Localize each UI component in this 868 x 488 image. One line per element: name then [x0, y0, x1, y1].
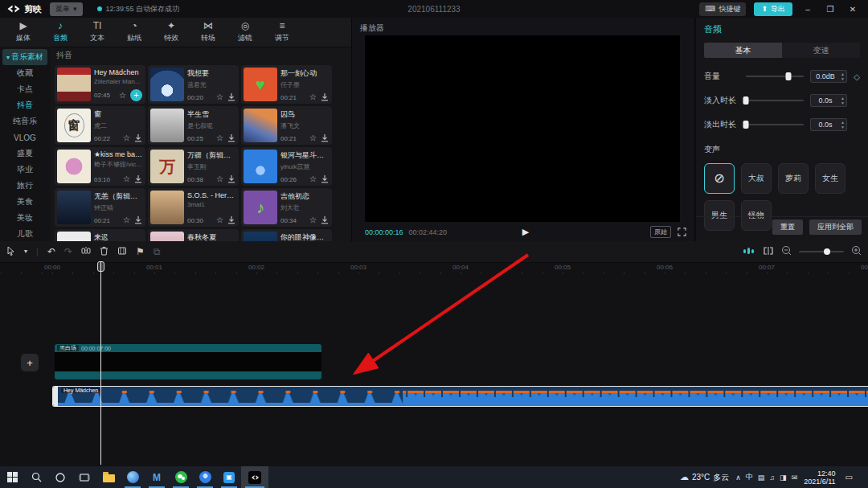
tab-basic[interactable]: 基本	[704, 43, 782, 58]
video-preview[interactable]	[365, 35, 680, 222]
download-icon[interactable]	[134, 134, 142, 142]
netdisk-app-icon[interactable]	[193, 466, 217, 488]
mirror-icon[interactable]: ⧉	[154, 247, 161, 256]
sidebar-item[interactable]: ▾ 纯音乐	[0, 113, 50, 129]
apply-to-all-button[interactable]: 应用到全部	[809, 219, 862, 235]
fullscreen-icon[interactable]	[678, 228, 686, 236]
resource-tab[interactable]: ◔ 贴纸	[116, 21, 153, 43]
fade-out-slider[interactable]	[746, 124, 804, 125]
wechat-icon[interactable]	[169, 466, 193, 488]
resource-tab[interactable]: ▶ 媒体	[5, 21, 42, 43]
audio-track-clip[interactable]: Hey Mädchen	[52, 386, 868, 407]
fade-in-slider-knob[interactable]	[743, 96, 749, 105]
download-icon[interactable]	[227, 216, 235, 224]
fade-in-slider[interactable]	[746, 100, 804, 101]
search-icon[interactable]	[24, 466, 48, 488]
timeline-zoom-knob[interactable]	[824, 248, 830, 255]
resource-tab[interactable]: ◎ 滤镜	[227, 21, 264, 43]
tray-icon[interactable]: ∧	[735, 474, 741, 482]
fade-in-stepper[interactable]: ▲▼	[841, 96, 845, 105]
start-button[interactable]	[0, 466, 24, 488]
cortana-icon[interactable]	[48, 466, 72, 488]
sidebar-item[interactable]: ▾ 旅行	[0, 178, 50, 194]
resource-tab[interactable]: TI 文本	[79, 21, 116, 43]
favorite-star-icon[interactable]: ☆	[123, 216, 130, 224]
photos-app-icon[interactable]: ▣	[217, 466, 241, 488]
freeze-frame-icon[interactable]	[117, 244, 127, 259]
split-icon[interactable]	[81, 244, 91, 259]
capcut-taskbar-icon[interactable]	[241, 466, 268, 488]
office-app-icon[interactable]: M	[145, 466, 169, 488]
music-card[interactable]: 春秋冬夏 ☆ +	[148, 229, 239, 241]
playhead-handle[interactable]	[97, 261, 104, 272]
close-button[interactable]: ✕	[845, 5, 860, 14]
fade-out-value[interactable]: 0.0s ▲▼	[810, 118, 847, 131]
music-card[interactable]: ★kiss me baby... 椅子不够甜/victor 03:10 ☆ +	[55, 147, 145, 186]
sidebar-item[interactable]: ▾ 音乐素材	[2, 49, 47, 65]
voice-option-button[interactable]: 萝莉	[778, 163, 809, 194]
music-card[interactable]: 你的眼神像星星 ☆ +	[241, 229, 332, 241]
menu-button[interactable]: 菜单 ▾	[50, 2, 83, 16]
tray-icon[interactable]: ▤	[758, 474, 765, 482]
original-ratio-button[interactable]: 原始	[650, 226, 671, 238]
audio-waveform-toggle-icon[interactable]	[743, 244, 755, 259]
music-card[interactable]: 我想要 蓝君光 00:20 ☆ +	[148, 65, 239, 104]
resource-tab[interactable]: ⋈ 转场	[190, 21, 227, 43]
favorite-star-icon[interactable]: ☆	[309, 93, 317, 101]
voice-option-button[interactable]: 怪物	[741, 200, 772, 231]
sidebar-item[interactable]: ▾ 收藏	[0, 65, 50, 81]
timeline-zoom-slider[interactable]	[799, 251, 844, 252]
sidebar-item[interactable]: ▾ 卡点	[0, 81, 50, 97]
sidebar-item[interactable]: ▾ VLOG	[0, 129, 50, 146]
voice-option-button[interactable]: 女生	[815, 163, 845, 194]
add-media-button[interactable]: +	[21, 354, 39, 371]
playhead[interactable]	[100, 262, 101, 465]
minimize-button[interactable]: –	[800, 5, 815, 14]
select-tool-caret-icon[interactable]: ▾	[24, 247, 27, 256]
fade-out-slider-knob[interactable]	[743, 121, 749, 129]
tab-speed[interactable]: 变速	[782, 43, 860, 58]
tray-icon[interactable]: ♫	[769, 474, 775, 482]
favorite-star-icon[interactable]: ☆	[309, 134, 317, 142]
preview-axis-icon[interactable]	[763, 244, 774, 259]
sidebar-item[interactable]: ▾ 儿歌	[0, 226, 50, 242]
favorite-star-icon[interactable]: ☆	[123, 134, 130, 142]
resource-tab[interactable]: ✦ 特效	[153, 21, 190, 43]
download-icon[interactable]	[321, 175, 329, 183]
flag-marker-icon[interactable]: ⚑	[136, 247, 145, 256]
volume-slider[interactable]	[746, 76, 804, 77]
favorite-star-icon[interactable]: ☆	[216, 134, 223, 142]
music-card[interactable]: 银河与星斗（剪... yihuik苡慧 00:26 ☆ +	[241, 147, 332, 186]
favorite-star-icon[interactable]: ☆	[216, 175, 223, 183]
download-icon[interactable]	[321, 216, 329, 224]
sidebar-item[interactable]: ▾ 美妆	[0, 210, 50, 226]
zoom-in-icon[interactable]	[851, 244, 862, 259]
voice-option-button[interactable]: ⊘	[704, 163, 735, 194]
music-card[interactable]: 万 万疆（剪辑版） 李玉刚 00:38 ☆	[148, 147, 239, 186]
download-icon[interactable]	[321, 93, 329, 101]
delete-icon[interactable]	[100, 244, 108, 259]
sidebar-item[interactable]: ▾ 毕业	[0, 162, 50, 178]
reset-button[interactable]: 重置	[772, 219, 803, 235]
download-icon[interactable]	[227, 93, 235, 101]
task-view-icon[interactable]	[72, 466, 96, 488]
volume-value[interactable]: 0.0dB ▲▼	[810, 70, 847, 83]
music-card[interactable]: S.O.S. - Herz in... 3mal1 00:30 ☆ +	[148, 188, 239, 227]
resource-tab[interactable]: ♪ 音频	[42, 21, 79, 43]
favorite-star-icon[interactable]: ☆	[216, 93, 223, 101]
music-card[interactable]: 窗 窗 虎二 00:22 ☆	[55, 106, 145, 145]
music-card[interactable]: 无恙（剪辑版） 钟正晴 00:21 ☆ +	[55, 188, 145, 227]
clip-trim-handle[interactable]	[53, 387, 58, 406]
sidebar-item[interactable]: ▾ 美食	[0, 194, 50, 210]
music-card[interactable]: Hey Mädchen Zillertaler Man... 02:45 ☆ +	[55, 65, 145, 104]
favorite-star-icon[interactable]: ☆	[119, 92, 126, 100]
music-card[interactable]: 囚鸟 潘飞文 00:21 ☆ +	[241, 106, 332, 145]
download-icon[interactable]	[227, 175, 235, 183]
browser-app-icon[interactable]	[121, 466, 145, 488]
music-card[interactable]: 半生雪 是七叔呢 00:25 ☆ +	[148, 106, 239, 145]
select-tool-icon[interactable]	[6, 244, 15, 259]
fade-out-stepper[interactable]: ▲▼	[841, 120, 845, 129]
add-to-track-button[interactable]: +	[130, 89, 142, 101]
redo-icon[interactable]: ↷	[64, 247, 72, 256]
notification-center-icon[interactable]: ▭	[842, 473, 856, 482]
